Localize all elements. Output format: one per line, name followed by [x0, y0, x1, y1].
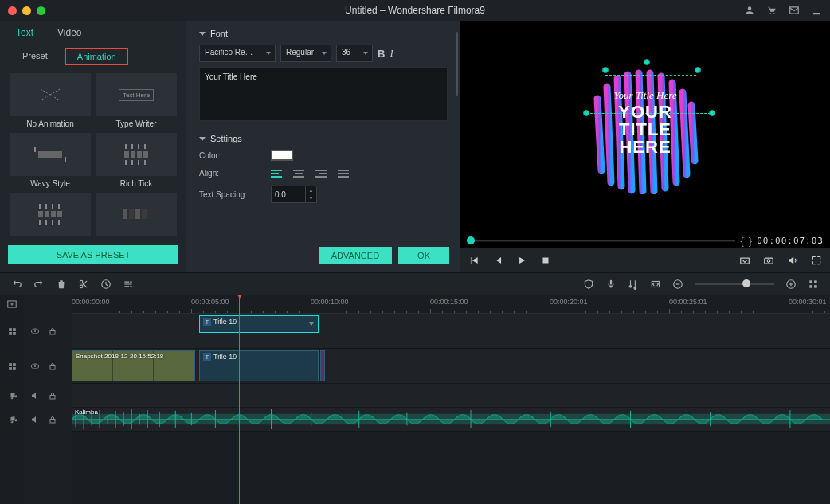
font-weight-select[interactable]: Regular	[280, 45, 331, 62]
svg-rect-31	[135, 209, 140, 219]
marker-icon[interactable]	[100, 279, 112, 290]
settings-section-header[interactable]: Settings	[199, 134, 448, 143]
lock-icon[interactable]	[48, 391, 57, 400]
preset-rich-tick[interactable]: Rich Tick	[96, 133, 177, 188]
fullscreen-icon[interactable]	[811, 255, 822, 266]
font-section-header[interactable]: Font	[199, 29, 448, 38]
zoom-knob[interactable]	[742, 279, 750, 287]
delete-icon[interactable]	[56, 279, 67, 290]
transform-handle[interactable]	[602, 67, 609, 73]
svg-rect-28	[57, 211, 62, 217]
align-label: Align:	[199, 169, 271, 178]
lock-icon[interactable]	[48, 361, 57, 371]
audio-mixer-icon[interactable]	[628, 279, 639, 290]
maximize-window[interactable]	[37, 6, 45, 15]
mail-icon[interactable]	[789, 5, 800, 16]
video-track[interactable]: Snapshot 2018-12-20 15:52:18 TTitle 19	[72, 349, 830, 384]
waveform	[72, 408, 830, 431]
svg-point-63	[34, 365, 36, 367]
split-icon[interactable]	[78, 279, 89, 290]
subtab-preset[interactable]: Preset	[11, 48, 59, 65]
mark-out-icon[interactable]: }	[749, 235, 752, 247]
visibility-icon[interactable]	[30, 361, 40, 371]
ok-button[interactable]: OK	[398, 247, 449, 264]
preset-type-writer[interactable]: Text Here Type Writer	[96, 73, 177, 128]
lock-icon[interactable]	[48, 326, 57, 336]
align-justify-button[interactable]	[338, 170, 349, 178]
color-swatch[interactable]	[271, 150, 293, 161]
mute-icon[interactable]	[30, 415, 40, 424]
mark-in-icon[interactable]: {	[740, 235, 743, 247]
clip-video[interactable]: Snapshot 2018-12-20 15:52:18	[72, 350, 195, 381]
tab-video[interactable]: Video	[57, 27, 81, 38]
clip-small[interactable]	[320, 350, 325, 381]
volume-icon[interactable]	[787, 255, 798, 266]
lock-icon[interactable]	[48, 415, 57, 424]
playhead[interactable]	[239, 295, 240, 504]
close-window[interactable]	[8, 6, 17, 15]
preview-canvas[interactable]: Your Title Here YOUR TITLE HERE	[460, 21, 830, 232]
camera-icon[interactable]	[763, 255, 774, 266]
align-right-button[interactable]	[315, 170, 327, 178]
audio-track-2[interactable]: Kalimba	[72, 408, 830, 432]
spacing-up[interactable]: ▲	[306, 186, 316, 194]
svg-rect-48	[809, 285, 812, 288]
title-text-input[interactable]	[199, 67, 448, 121]
advanced-button[interactable]: ADVANCED	[319, 247, 392, 264]
time-mark: 00:00:00:00	[72, 298, 110, 306]
text-spacing-input[interactable]	[271, 186, 306, 203]
zoom-slider[interactable]	[695, 283, 774, 285]
undo-icon[interactable]	[11, 279, 22, 290]
font-size-select[interactable]: 36	[336, 45, 373, 62]
svg-rect-26	[45, 211, 49, 217]
scrollbar[interactable]	[456, 32, 458, 96]
preview-seek-knob[interactable]	[467, 236, 475, 244]
preset-no-animation[interactable]: No Animation	[10, 73, 91, 128]
save-as-preset-button[interactable]: SAVE AS PRESET	[8, 245, 178, 264]
preset-6[interactable]	[96, 193, 177, 237]
shield-icon[interactable]	[583, 279, 594, 290]
transform-handle[interactable]	[695, 67, 701, 73]
transform-handle[interactable]	[644, 59, 650, 65]
grid-icon[interactable]	[808, 279, 819, 290]
play-icon[interactable]	[516, 255, 527, 266]
preset-wavy-style[interactable]: Wavy Style	[10, 133, 91, 188]
window-title: Untitled – Wondershare Filmora9	[345, 5, 485, 16]
add-track-icon[interactable]	[6, 299, 18, 310]
preview-seek-track[interactable]	[467, 240, 735, 242]
tab-text[interactable]: Text	[16, 27, 33, 38]
stop-icon[interactable]	[540, 255, 551, 266]
visibility-icon[interactable]	[30, 326, 40, 336]
font-family-select[interactable]: Pacifico Re…	[199, 45, 276, 62]
svg-rect-64	[50, 366, 55, 370]
preset-5[interactable]	[10, 193, 91, 237]
bold-button[interactable]: B	[378, 48, 385, 60]
subtab-animation[interactable]: Animation	[65, 48, 128, 65]
time-ruler[interactable]: 00:00:00:0000:00:05:0000:00:10:0000:00:1…	[72, 295, 830, 314]
align-left-button[interactable]	[271, 170, 282, 178]
align-center-button[interactable]	[293, 170, 304, 178]
export-icon[interactable]	[811, 5, 822, 16]
zoom-in-icon[interactable]	[785, 279, 797, 290]
track-controls-column	[24, 295, 72, 504]
clip-title-1[interactable]: TTitle 19	[199, 315, 319, 333]
zoom-out-icon[interactable]	[672, 279, 683, 290]
timeline-tracks[interactable]: 00:00:00:0000:00:05:0000:00:10:0000:00:1…	[72, 295, 830, 504]
settings-icon[interactable]	[123, 279, 134, 290]
fit-icon[interactable]	[650, 279, 661, 290]
step-back-icon[interactable]	[492, 255, 503, 266]
minimize-window[interactable]	[22, 6, 31, 15]
mic-icon[interactable]	[605, 279, 617, 290]
clip-title-2[interactable]: TTitle 19	[199, 350, 319, 381]
spacing-down[interactable]: ▼	[306, 194, 316, 202]
cart-icon[interactable]	[766, 5, 777, 16]
account-icon[interactable]	[744, 5, 755, 16]
screenshot-icon[interactable]	[739, 255, 750, 266]
redo-icon[interactable]	[33, 279, 45, 290]
prev-frame-icon[interactable]	[468, 255, 480, 266]
italic-button[interactable]: I	[390, 47, 393, 60]
time-mark: 00:00:15:00	[430, 298, 468, 306]
title-track[interactable]: TTitle 19	[72, 314, 830, 349]
mute-icon[interactable]	[30, 391, 40, 400]
audio-track-1[interactable]	[72, 384, 830, 408]
